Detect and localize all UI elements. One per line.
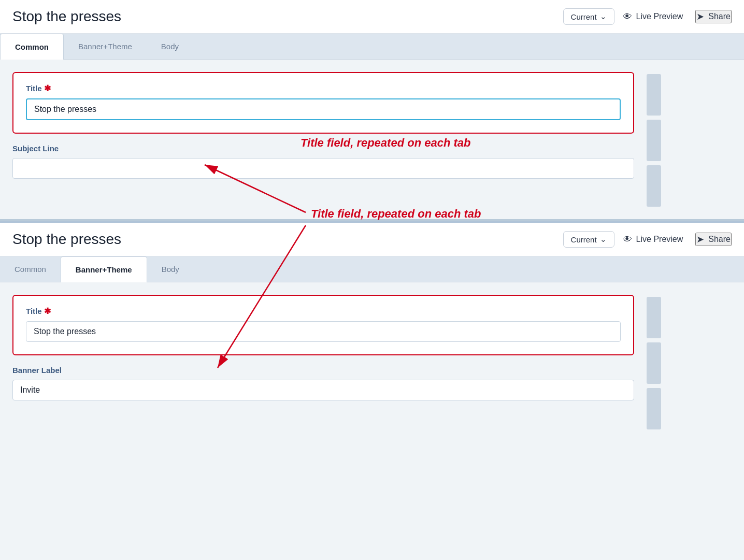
main-form-2: Title ✱ Banner Label [12,295,634,429]
annotation-text: Title field, repeated on each tab [301,136,470,149]
tab-common-1[interactable]: Common [0,34,64,60]
title-input-2[interactable] [26,321,621,342]
current-dropdown-label-2: Current [571,235,597,244]
tabs-bar-1: Common Banner+Theme Body [0,34,744,60]
title-section-2: Title ✱ [12,295,634,355]
live-preview-label-2: Live Preview [636,235,683,244]
share-label-2: Share [708,235,731,244]
chevron-down-icon-2: ⌄ [600,235,607,244]
sidebar-strip-b3 [647,342,661,384]
sidebar-strip-b4 [647,388,661,429]
tab-body-1[interactable]: Body [147,33,193,59]
tab-banner-theme-label-1: Banner+Theme [78,42,132,51]
banner-label-input[interactable] [12,380,634,400]
subject-line-input-1[interactable] [12,158,634,179]
title-label-1: Title ✱ [26,83,621,93]
page-title-1: Stop the presses [12,8,555,25]
share-button-2[interactable]: ➤ Share [695,233,732,246]
share-icon-1: ➤ [696,11,704,22]
header-right-2: 👁 Live Preview ➤ Share [623,233,732,246]
sidebar-strip-s2 [647,297,661,338]
title-label-2: Title ✱ [26,306,621,316]
right-sidebar-2 [647,295,663,429]
live-preview-button-2[interactable]: 👁 Live Preview [623,234,683,245]
tab-body-label-1: Body [161,42,179,51]
share-button-1[interactable]: ➤ Share [695,10,732,23]
title-input-1[interactable] [26,98,621,120]
required-star-2: ✱ [44,306,51,316]
panel-1: Stop the presses Current ⌄ 👁 Live Previe… [0,0,744,219]
tab-banner-theme-label-2: Banner+Theme [76,265,132,274]
current-dropdown-1[interactable]: Current ⌄ [563,8,614,25]
tab-common-label-1: Common [15,42,49,51]
live-preview-label-1: Live Preview [636,12,683,21]
header-2: Stop the presses Current ⌄ 👁 Live Previe… [0,223,744,256]
tab-banner-theme-1[interactable]: Banner+Theme [64,33,147,59]
tab-body-label-2: Body [162,265,179,274]
tab-banner-theme-2[interactable]: Banner+Theme [61,256,147,282]
required-star-1: ✱ [44,83,51,93]
chevron-down-icon-1: ⌄ [600,12,607,21]
content-area-2: Title ✱ Banner Label [0,282,744,442]
tab-body-2[interactable]: Body [147,256,194,282]
panel-2: Stop the presses Current ⌄ 👁 Live Previe… [0,221,744,442]
tabs-bar-2: Common Banner+Theme Body [0,256,744,282]
annotation-block: Title field, repeated on each tab [301,136,470,150]
eye-icon-2: 👁 [623,234,632,245]
live-preview-button-1[interactable]: 👁 Live Preview [623,11,683,22]
header-right-1: 👁 Live Preview ➤ Share [623,10,732,23]
header-1: Stop the presses Current ⌄ 👁 Live Previe… [0,0,744,34]
banner-label-label: Banner Label [12,366,634,375]
title-section-1: Title ✱ [12,72,634,134]
share-icon-2: ➤ [696,234,704,245]
current-dropdown-label-1: Current [571,12,597,21]
sidebar-strip-s [647,74,661,116]
banner-label-section: Banner Label [12,366,634,400]
share-label-1: Share [708,12,731,21]
eye-icon-1: 👁 [623,11,632,22]
current-dropdown-2[interactable]: Current ⌄ [563,231,614,248]
tab-common-2[interactable]: Common [0,256,61,282]
sidebar-strip-b1 [647,120,661,161]
right-sidebar-1 [647,72,663,207]
sidebar-strip-b2 [647,165,661,207]
page-title-2: Stop the presses [12,231,555,248]
tab-common-label-2: Common [15,265,46,274]
